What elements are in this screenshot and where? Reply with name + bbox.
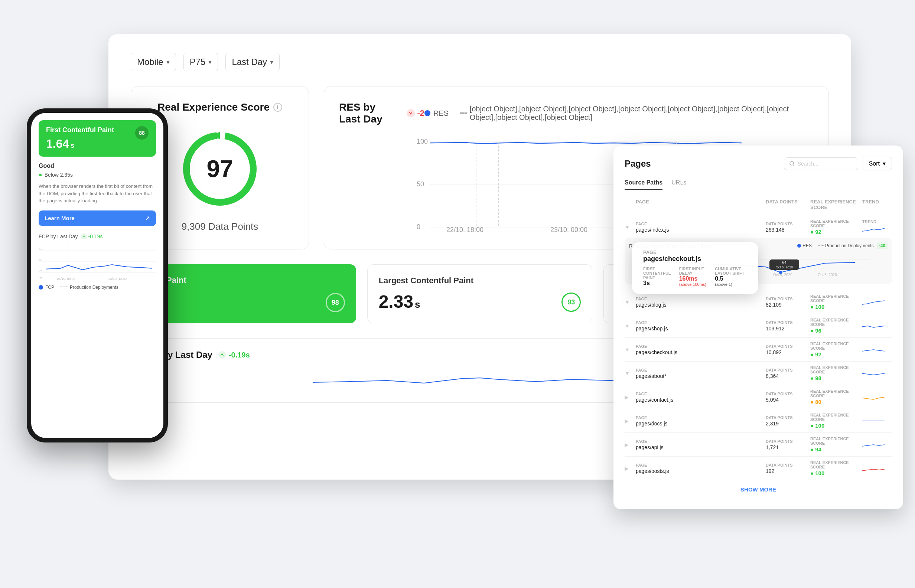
fcp-change-value: -0.19s: [229, 351, 250, 359]
row5-chevron-icon[interactable]: ▼: [625, 370, 636, 376]
row7-res-score: ● 100: [810, 422, 862, 429]
green-dot-icon: ●: [39, 171, 42, 178]
mini-deploy-legend: Production Deployments: [818, 243, 874, 248]
row1-dp-value: 263,148: [766, 227, 810, 233]
table-row[interactable]: ▶ PAGE pages/docs.js DATA POINTS 2,319 R…: [625, 409, 892, 433]
tooltip-cls-value: 0.5 (above 1): [715, 275, 747, 287]
mini-res-legend: RES: [797, 243, 812, 248]
tooltip-page-name: pages/checkout.js: [643, 255, 747, 263]
res-legend-label: RES: [433, 109, 449, 118]
device-label: Mobile: [137, 57, 163, 67]
svg-text:3s: 3s: [39, 258, 42, 262]
row1-trend-svg: [862, 225, 884, 234]
lcp-unit: s: [415, 299, 420, 310]
mobile-fcp-legend-label: FCP: [45, 285, 54, 290]
mobile-up-arrow-icon: [81, 234, 87, 239]
row9-res-score: ● 100: [810, 470, 862, 476]
device-filter[interactable]: Mobile ▾: [131, 53, 176, 71]
row3-trend-svg: [862, 321, 884, 330]
mobile-fcp-value-row: 1.64 s: [46, 137, 135, 151]
y-axis-100: 100: [417, 138, 428, 145]
table-row[interactable]: ▶ PAGE pages/contact.js DATA POINTS 5,09…: [625, 385, 892, 409]
table-row[interactable]: ▶ PAGE pages/posts.js DATA POINTS 192 RE…: [625, 457, 892, 480]
tooltip-fcp-value: 3s: [643, 280, 676, 287]
row7-chevron-icon[interactable]: ▶: [625, 418, 636, 424]
row9-chevron-icon[interactable]: ▶: [625, 465, 636, 472]
percentile-filter[interactable]: P75 ▾: [183, 53, 218, 71]
up-arrow-icon: [218, 351, 226, 359]
lcp-score-badge: 93: [561, 292, 581, 312]
mobile-fcp-title: First Contentful Paint: [46, 126, 149, 134]
row3-chevron-icon[interactable]: ▼: [625, 323, 636, 329]
y-axis-50: 50: [417, 180, 424, 188]
row3-page: PAGE pages/shop.js: [636, 320, 766, 331]
search-placeholder: Search...: [798, 161, 818, 167]
mobile-fcp-value: 1.64: [46, 137, 69, 151]
percentile-label: P75: [190, 57, 206, 67]
deployments-legend-item: [object Object],[object Object],[object …: [460, 105, 814, 122]
tooltip-fid-note: (above 100ms): [679, 282, 711, 287]
row4-datapoints: DATA POINTS 10,892: [766, 344, 810, 355]
mobile-deployments-dash: [60, 287, 68, 288]
table-row[interactable]: ▼ PAGE pages/shop.js DATA POINTS 103,912…: [625, 314, 892, 338]
svg-text:64: 64: [782, 260, 787, 265]
mobile-good-title: Good: [39, 163, 156, 169]
row8-chevron-icon[interactable]: ▶: [625, 442, 636, 447]
tab-source-paths[interactable]: Source Paths: [625, 176, 663, 190]
timerange-filter[interactable]: Last Day ▾: [225, 53, 280, 71]
row3-page-name: pages/shop.js: [636, 326, 766, 331]
col-expand: [625, 199, 636, 210]
tab-urls[interactable]: URLs: [671, 176, 686, 190]
learn-more-button[interactable]: Learn More ↗: [39, 210, 156, 226]
external-link-icon: ↗: [145, 215, 150, 221]
pages-tabs: Source Paths URLs: [625, 176, 892, 190]
table-row[interactable]: ▼ PAGE pages/about* DATA POINTS 8,364 RE…: [625, 362, 892, 385]
res-chart-legend: RES [object Object],[object Object],[obj…: [424, 105, 814, 122]
svg-text:23/10, 00:00: 23/10, 00:00: [57, 277, 75, 280]
svg-text:0s: 0s: [39, 276, 42, 280]
info-icon[interactable]: i: [273, 103, 282, 112]
deployments-legend-dash: [460, 113, 467, 114]
mobile-chart-change-val: -0.19s: [88, 234, 103, 239]
row4-res-score: ● 92: [810, 351, 862, 357]
tooltip-metric-fcp: FIRST CONTENTFUL PAINT 3s: [643, 267, 676, 287]
row6-page: PAGE pages/contact.js: [636, 392, 766, 403]
row7-page: PAGE pages/docs.js: [636, 415, 766, 426]
col-datapoints: DATA POINTS: [766, 199, 810, 210]
tooltip-metrics: FIRST CONTENTFUL PAINT 3s FIRST INPUT DE…: [643, 267, 747, 287]
res-change-badge: -2: [407, 108, 424, 118]
col-res: REAL EXPERIENCE SCORE: [810, 199, 862, 210]
mobile-chart-change: -0.19s: [81, 234, 103, 239]
row8-res-score: ● 94: [810, 446, 862, 452]
row5-page: PAGE pages/about*: [636, 368, 766, 379]
sort-button[interactable]: Sort ▾: [863, 157, 892, 170]
row5-trend-svg: [862, 369, 884, 378]
row3-res-score: ● 96: [810, 328, 862, 334]
row6-chevron-icon[interactable]: ▶: [625, 394, 636, 400]
filters-row: Mobile ▾ P75 ▾ Last Day ▾: [131, 53, 829, 71]
row6-res: REAL EXPERIENCE SCORE ● 80: [810, 389, 862, 405]
row8-datapoints: DATA POINTS 1,721: [766, 439, 810, 450]
table-row[interactable]: ▶ PAGE pages/api.js DATA POINTS 1,721 RE…: [625, 433, 892, 457]
row1-res-score: ● 92: [810, 229, 862, 235]
svg-text:2s: 2s: [39, 268, 42, 273]
row1-trend: TREND: [862, 220, 892, 235]
mobile-chart-title: FCP by Last Day: [39, 234, 78, 239]
fcp-change: -0.19s: [218, 351, 250, 359]
mobile-threshold: Below 2.35s: [45, 172, 73, 178]
svg-text:23/10, 12:00: 23/10, 12:00: [108, 277, 127, 280]
row4-chevron-icon[interactable]: ▼: [625, 347, 636, 353]
row1-chevron-icon[interactable]: ▼: [625, 224, 636, 230]
search-icon: [789, 161, 795, 166]
row9-page-name: pages/posts.js: [636, 468, 766, 474]
lcp-label: Largest Contentful Paint: [379, 276, 581, 286]
row4-page-name: pages/checkout.js: [636, 349, 766, 355]
row2-chevron-icon[interactable]: ▼: [625, 299, 636, 305]
res-card-title: Real Experience Score i: [157, 101, 282, 113]
show-more-button[interactable]: SHOW MORE: [625, 486, 892, 493]
row8-page-name: pages/api.js: [636, 444, 766, 450]
pages-search-input[interactable]: Search...: [784, 157, 858, 170]
row2-dp-value: 82,109: [766, 302, 810, 308]
table-row[interactable]: ▼ PAGE pages/checkout.js DATA POINTS 10,…: [625, 338, 892, 362]
row9-trend-svg: [862, 464, 884, 473]
